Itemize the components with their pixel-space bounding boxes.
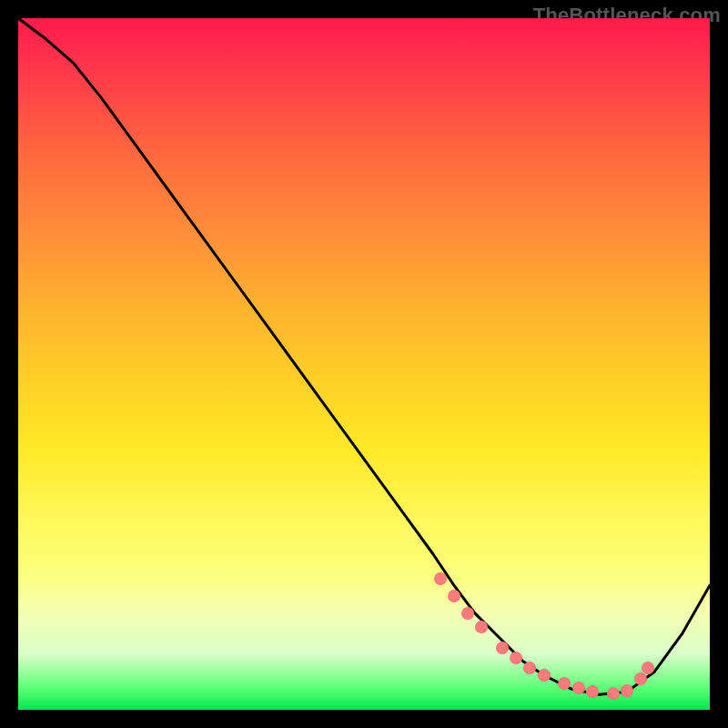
data-marker — [448, 590, 460, 602]
data-marker — [434, 572, 447, 585]
data-marker — [642, 662, 654, 674]
data-marker — [607, 687, 620, 700]
line-series-1 — [18, 18, 710, 694]
data-marker — [572, 682, 585, 694]
plot-area — [18, 18, 710, 710]
data-marker — [621, 684, 633, 697]
data-marker — [634, 672, 647, 685]
data-marker — [586, 685, 599, 698]
data-marker — [496, 642, 509, 654]
chart-stage: TheBottleneck.com — [0, 0, 728, 728]
data-marker — [461, 607, 474, 620]
data-marker — [475, 621, 488, 633]
curve-svg — [18, 18, 710, 710]
data-marker — [538, 669, 551, 682]
